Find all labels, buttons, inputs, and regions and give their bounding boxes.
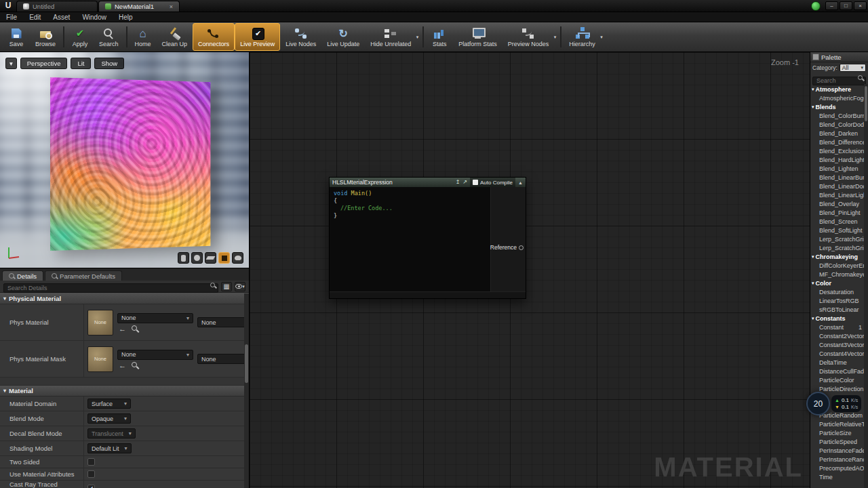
teapot-shape-button[interactable] [232, 252, 243, 264]
home-button[interactable]: Home [130, 23, 157, 51]
search-button[interactable]: Search [94, 23, 124, 51]
palette-item[interactable]: ParticleSize [810, 428, 868, 437]
palette-item[interactable]: ParticleSpeed [810, 437, 868, 446]
material-graph-canvas[interactable]: Zoom -1 HLSLMterialExpression ↥ ↗ Auto C… [250, 52, 810, 488]
palette-item[interactable]: PerInstanceFade [810, 446, 868, 455]
palette-item[interactable]: Blends [810, 102, 868, 111]
platform-stats-button[interactable]: Platform Stats [453, 23, 502, 51]
toolbar-button[interactable] [560, 26, 561, 47]
live-nodes-button[interactable]: Live Nodes [280, 23, 321, 51]
palette-scrollbar[interactable] [864, 84, 868, 488]
hlsl-material-expression-node[interactable]: HLSLMterialExpression ↥ ↗ Auto Compile ▲… [329, 177, 526, 299]
property-matrix-button[interactable]: ▦ [221, 282, 232, 291]
perspective-button[interactable]: Perspective [20, 58, 68, 69]
palette-scrollbar-thumb[interactable] [865, 86, 867, 121]
palette-item[interactable]: Blend_LinearDodg [810, 182, 868, 190]
reference-output-pin[interactable]: Reference [490, 244, 524, 251]
show-button[interactable]: Show [94, 58, 124, 69]
hide-unrelated-button[interactable]: Hide Unrelated [365, 23, 420, 51]
cylinder-shape-button[interactable] [178, 252, 189, 264]
details-scrollbar[interactable] [244, 293, 249, 488]
toolbar-button[interactable] [63, 26, 64, 47]
property-checkbox[interactable] [87, 470, 95, 478]
browse-button[interactable]: Browse [30, 23, 61, 51]
palette-item[interactable]: Blend_ColorDodg [810, 120, 868, 129]
lit-button[interactable]: Lit [71, 58, 91, 69]
auto-compile-checkbox[interactable] [473, 180, 478, 185]
preview-viewport[interactable]: ▾ PerspectiveLitShow [0, 52, 249, 268]
hierarchy-button[interactable]: Hierarchy [564, 23, 605, 51]
asset-dropdown[interactable]: None [117, 313, 193, 323]
menu-file[interactable]: File [0, 14, 23, 21]
preview-nodes-button[interactable]: Preview Nodes [502, 23, 559, 51]
palette-item[interactable]: Blend_Overlay [810, 199, 868, 208]
details-search-input[interactable] [3, 283, 218, 293]
palette-header[interactable]: Palette [810, 52, 868, 62]
connectors-button[interactable]: Connectors [193, 23, 235, 51]
tab-details[interactable]: Details [2, 270, 43, 281]
node-collapse-icon[interactable]: ▲ [518, 180, 523, 185]
node-open-icon[interactable]: ↗ [462, 180, 467, 185]
palette-item[interactable]: Chromakeying [810, 252, 868, 261]
palette-item[interactable]: ParticleRelativeTi [810, 420, 868, 428]
hlsl-code-editor[interactable]: void Main() { //Enter Code... } [330, 187, 490, 291]
close-button[interactable]: × [854, 1, 867, 10]
palette-item[interactable]: Constant4Vector 4 [810, 349, 868, 358]
window-tab[interactable]: NewMaterial1 × [98, 1, 180, 12]
palette-item[interactable]: DiffColorKeyerEr [810, 261, 868, 270]
window-tab[interactable]: Untitled [16, 1, 98, 12]
palette-item[interactable]: Constant2Vector 2 [810, 331, 868, 340]
browse-asset-icon[interactable] [132, 325, 138, 332]
palette-item[interactable]: Lerp_ScratchGrin [810, 243, 868, 252]
asset-thumbnail[interactable]: None [87, 310, 113, 336]
palette-item[interactable]: ParticleColor [810, 375, 868, 384]
category-dropdown[interactable]: All [840, 64, 866, 72]
plane-shape-button[interactable] [205, 252, 216, 264]
palette-item[interactable]: Blend_LinearLight [810, 190, 868, 199]
menu-window[interactable]: Window [76, 14, 113, 21]
palette-item[interactable]: Desaturation [810, 287, 868, 296]
palette-item[interactable]: Lerp_ScratchGrin [810, 235, 868, 243]
node-header[interactable]: HLSLMterialExpression ↥ ↗ Auto Compile ▲ [330, 178, 526, 187]
palette-item[interactable]: Time [810, 472, 868, 481]
tab-parameter-defaults[interactable]: Parameter Defaults [45, 270, 122, 281]
menu-asset[interactable]: Asset [47, 14, 76, 21]
apply-button[interactable]: Apply [66, 23, 94, 51]
sphere-shape-button[interactable] [191, 252, 203, 264]
clean-up-button[interactable]: Clean Up [157, 23, 193, 51]
maximize-button[interactable]: □ [840, 1, 852, 10]
browse-asset-icon[interactable] [132, 362, 138, 369]
stats-button[interactable]: Stats [426, 23, 453, 51]
property-dropdown[interactable]: Opaque [87, 413, 131, 424]
palette-item[interactable]: Blend_Screen [810, 217, 868, 226]
palette-item[interactable]: Constant3Vector 3 [810, 340, 868, 349]
palette-item[interactable]: Blend_LinearBurn [810, 173, 868, 182]
property-checkbox[interactable] [87, 485, 95, 488]
palette-item[interactable]: LinearTosRGB [810, 296, 868, 305]
live-preview-button[interactable]: Live Preview [235, 23, 280, 51]
viewport-menu-button[interactable]: ▾ [5, 58, 17, 69]
palette-item[interactable]: Blend_Darken [810, 129, 868, 138]
palette-item[interactable]: Constant 1 [810, 323, 868, 331]
palette-item[interactable]: AtmosphericFogC [810, 94, 868, 102]
palette-item[interactable]: Constants [810, 314, 868, 323]
live-update-button[interactable]: Live Update [321, 23, 365, 51]
palette-item[interactable]: Blend_SoftLight [810, 226, 868, 235]
palette-item[interactable]: Blend_HardLight [810, 155, 868, 164]
property-dropdown[interactable]: Default Lit [87, 443, 132, 453]
node-export-icon[interactable]: ↥ [456, 180, 460, 185]
palette-item[interactable]: Color [810, 279, 868, 287]
menu-edit[interactable]: Edit [23, 14, 47, 21]
palette-item[interactable]: DistanceCullFade [810, 367, 868, 375]
palette-item[interactable]: Blend_Exclusion [810, 146, 868, 155]
details-scrollbar-thumb[interactable] [245, 344, 248, 383]
palette-item[interactable]: PrecomputedAON [810, 464, 868, 472]
cube-shape-button[interactable] [218, 252, 230, 264]
palette-item[interactable]: Blend_Lighten [810, 164, 868, 173]
save-button[interactable]: Save [3, 23, 30, 51]
palette-item[interactable]: MF_Chromakeyer [810, 270, 868, 279]
palette-item[interactable]: Atmosphere [810, 85, 868, 94]
minimize-button[interactable]: – [825, 1, 838, 10]
palette-item[interactable]: Blend_PinLight [810, 208, 868, 217]
use-selected-asset-icon[interactable]: ← [119, 362, 126, 369]
